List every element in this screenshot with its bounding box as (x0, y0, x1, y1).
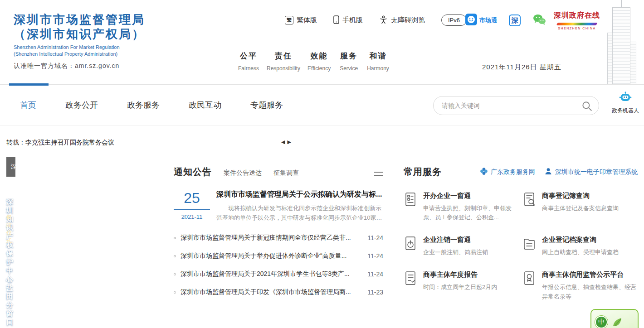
ticker-prev-icon[interactable]: ◀ (281, 139, 285, 145)
nav-item-public-interaction[interactable]: 政民互动 (189, 100, 221, 111)
service-item-deregistration[interactable]: 企业注销一窗通 企业一般注销、简易注销 (404, 236, 522, 257)
notice-row[interactable]: 深圳市市场监督管理局关于新冠疫情期间全市仅经营乙类非... 11-24 (174, 229, 383, 247)
gov-logo-en: SHENZHEN CHINA (550, 27, 604, 30)
floating-widget[interactable]: 中 (590, 309, 639, 328)
rainbow-stripe-icon (556, 23, 598, 25)
service-item-registry-search[interactable]: 商事登记簿查询 商事主体登记及备案信息查询 (522, 192, 638, 222)
service-title: 企业注销一窗通 (423, 236, 488, 244)
featured-notice[interactable]: 25 2021-11 深圳市市场监督管理局关于公示拟确认为研发与标... 现将拟… (174, 190, 383, 222)
value-en: Responsibility (267, 65, 300, 72)
services-grid: 开办企业一窗通 申请营业执照、刻制印章、申领发票、员工参保登记、公积金... 商… (404, 192, 638, 301)
core-values: 公平 Fairness 责任 Responsibility 效能 Efficie… (238, 51, 389, 72)
service-body: 企业注销一窗通 企业一般注销、简易注销 (423, 236, 488, 257)
search-input[interactable] (442, 102, 578, 109)
service-body: 商事主体年度报告 时间：成立周年之日起2月内 (423, 270, 497, 301)
bullet-icon (174, 291, 176, 294)
service-item-credit-platform[interactable]: 商事主体信用监管公示平台 年报公示信息、抽查检查结果、经营异常名录等 (522, 270, 638, 301)
services-title: 常用服务 (404, 166, 442, 178)
mobile-icon (333, 15, 339, 25)
widget-badge: 中 (595, 316, 608, 328)
traditional-chinese-label: 繁体版 (297, 16, 317, 24)
notice-row[interactable]: 深圳市市场监督管理局关于印发《深圳市市场监督管理局商... 11-23 (174, 283, 383, 301)
ticker-headline-link[interactable]: 李克强主持召开国务院常务会议 (25, 139, 114, 146)
user-icon (544, 167, 552, 177)
notice-title: 深圳市市场监督管理局关于印发《深圳市市场监督管理局商... (181, 288, 367, 296)
value-cn: 公平 (238, 51, 259, 61)
service-title: 商事主体信用监管公示平台 (542, 270, 636, 279)
services-header: 常用服务 广东政务服务网 深圳市统一电子印章管理系统 (404, 166, 638, 178)
registry-search-icon (522, 192, 536, 207)
tab-surveys[interactable]: 征集调查 (273, 169, 299, 177)
news-ticker: 转载：李克强主持召开国务院常务会议 ◀ ▶ (6, 139, 638, 147)
value-cn: 效能 (307, 51, 331, 61)
accessibility-link[interactable]: 无障碍浏览 (379, 15, 425, 25)
shenzhen-gov-online-logo[interactable]: 深圳政府在线 SHENZHEN CHINA (550, 11, 604, 30)
service-item-annual-report[interactable]: 商事主体年度报告 时间：成立周年之日起2月内 (404, 270, 522, 301)
search-icon[interactable] (581, 100, 593, 112)
mobile-version-link[interactable]: 手机版 (333, 15, 363, 25)
notice-date: 11-24 (367, 270, 383, 278)
wechat-icon[interactable] (532, 14, 546, 27)
featured-month: 2021-11 (174, 213, 210, 220)
value-en: Efficiency (307, 65, 331, 72)
service-item-archive-search[interactable]: 企业登记档案查询 网上自助查档、受理申请查档 (522, 236, 638, 257)
page: 深圳市市场监督管理局 （深圳市知识产权局） Shenzhen Administr… (0, 0, 644, 328)
nav-items: 首页 政务公开 政务服务 政民互动 专题服务 (20, 85, 283, 125)
archive-search-icon (522, 236, 536, 251)
service-title: 商事主体年度报告 (423, 270, 497, 279)
value-en: Harmony (367, 65, 389, 72)
bullet-icon (174, 237, 176, 239)
notice-row[interactable]: 深圳市市场监督管理局关于2021年深圳市学生书包等3类产... 11-24 (174, 265, 383, 283)
traditional-chinese-link[interactable]: 繁 繁体版 (285, 16, 317, 24)
value-service: 服务 Service (338, 51, 360, 72)
org-name-en-line2: (Shenzhen Intellectual Property Administ… (14, 51, 145, 58)
notices-more-icon[interactable] (374, 169, 383, 178)
service-item-company-open[interactable]: 开办企业一窗通 申请营业执照、刻制印章、申领发票、员工参保登记、公积金... (404, 192, 522, 222)
services-external-links: 广东政务服务网 深圳市统一电子印章管理系统 (480, 167, 638, 177)
value-en: Service (338, 65, 360, 72)
divider (6, 171, 152, 171)
value-cn: 服务 (338, 51, 360, 61)
services-section: 常用服务 广东政务服务网 深圳市统一电子印章管理系统 (404, 166, 638, 301)
gov-logo-cn: 深圳政府在线 (550, 11, 604, 20)
bullet-icon (174, 255, 176, 257)
ipv6-badge[interactable]: IPv6 (441, 14, 467, 26)
ticker-next-icon[interactable]: ▶ (287, 139, 291, 145)
service-desc: 申请营业执照、刻制印章、申领发票、员工参保登记、公积金... (423, 204, 517, 222)
main-nav: 首页 政务公开 政务服务 政民互动 专题服务 政务机器人 (0, 84, 644, 126)
robot-label: 政务机器人 (610, 107, 640, 115)
org-name-line2: （深圳市知识产权局） (14, 27, 145, 42)
shen-i-app-icon[interactable]: 深 (509, 14, 521, 26)
notice-date: 11-24 (367, 252, 383, 260)
notices-section: 通知公告 案件公告送达 征集调查 25 2021-11 深圳市市场监督管理局关于… (174, 166, 383, 301)
ticker-prefix: 转载： (6, 139, 25, 146)
notices-title: 通知公告 (174, 166, 212, 178)
guangdong-link-label: 广东政务服务网 (491, 168, 535, 176)
building-tower (612, 7, 630, 84)
gov-robot-button[interactable]: 政务机器人 (610, 92, 640, 115)
building-side-right (630, 42, 636, 84)
nav-item-gov-services[interactable]: 政务服务 (127, 100, 160, 111)
notice-title: 深圳市市场监督管理局关于举办促进体外诊断企业“高质量... (181, 252, 367, 260)
notice-list: 深圳市市场监督管理局关于新冠疫情期间全市仅经营乙类非... 11-24 深圳市市… (174, 229, 383, 301)
org-name-line1: 深圳市市场监督管理局 (14, 13, 145, 27)
notices-header: 通知公告 案件公告送达 征集调查 (174, 166, 383, 178)
value-en: Fairness (238, 65, 259, 72)
bullet-icon (174, 273, 176, 275)
e-seal-system-link[interactable]: 深圳市统一电子印章管理系统 (544, 167, 638, 177)
nav-item-gov-disclosure[interactable]: 政务公开 (65, 100, 98, 111)
nav-item-special-services[interactable]: 专题服务 (250, 100, 283, 111)
notice-row[interactable]: 深圳市市场监督管理局关于举办促进体外诊断企业“高质量... 11-24 (174, 247, 383, 265)
official-domain-note: 认准唯一官方域名：amr.sz.gov.cn (14, 62, 145, 70)
current-date: 2021年11月26日 星期五 (482, 63, 561, 72)
service-body: 商事登记簿查询 商事主体登记及备案信息查询 (542, 192, 619, 222)
site-logo[interactable]: 深圳市市场监督管理局 （深圳市知识产权局） Shenzhen Administr… (14, 13, 145, 70)
notice-date: 11-23 (367, 289, 383, 296)
nav-item-home[interactable]: 首页 (20, 100, 36, 111)
featured-date-box: 25 2021-11 (174, 190, 210, 222)
notice-title: 深圳市市场监督管理局关于2021年深圳市学生书包等3类产... (181, 270, 367, 278)
tab-case-announcements[interactable]: 案件公告送达 (224, 169, 262, 177)
header-quick-links: 繁 繁体版 手机版 无障碍浏览 IPv6 (285, 14, 467, 26)
market-app-link[interactable]: 市场通 (465, 14, 497, 27)
guangdong-gov-service-link[interactable]: 广东政务服务网 (480, 167, 535, 177)
